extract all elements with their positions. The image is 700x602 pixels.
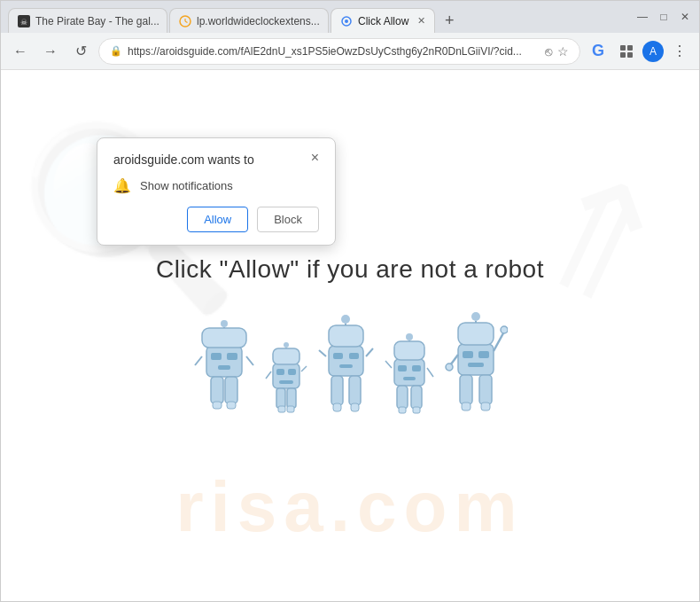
svg-rect-59 — [399, 407, 406, 413]
svg-rect-63 — [458, 344, 494, 375]
page-caption: Click "Allow" if you are not a robot — [156, 255, 544, 284]
tab3-label: Click Allow — [358, 15, 408, 27]
tab2-label: lp.worldwideclockextens... — [197, 15, 320, 27]
robot-2 — [264, 341, 308, 417]
tabs-area: ☠ The Pirate Bay - The gal... ✕ lp.world… — [8, 1, 628, 33]
svg-point-68 — [471, 312, 480, 321]
svg-point-75 — [501, 326, 508, 333]
maximize-button[interactable]: □ — [657, 10, 671, 24]
svg-rect-44 — [331, 376, 343, 405]
svg-line-74 — [494, 332, 504, 351]
address-bar-row: ← → ↺ 🔒 https://aroidsguide.com/fAlE2dnU… — [1, 33, 699, 70]
svg-rect-9 — [620, 52, 626, 58]
svg-rect-25 — [276, 369, 284, 375]
address-icons: ⎋ ☆ — [545, 44, 569, 59]
svg-rect-47 — [351, 403, 359, 411]
close-button[interactable]: ✕ — [678, 10, 692, 24]
pirate-favicon: ☠ — [18, 15, 30, 27]
bell-icon: 🔔 — [113, 177, 131, 194]
lock-icon: 🔒 — [110, 45, 122, 57]
svg-rect-46 — [333, 403, 341, 411]
svg-rect-37 — [329, 346, 363, 376]
share-icon[interactable]: ⎋ — [545, 44, 552, 59]
svg-point-16 — [221, 320, 228, 327]
svg-text:☠: ☠ — [20, 18, 27, 27]
svg-rect-39 — [349, 353, 359, 359]
svg-rect-20 — [213, 402, 222, 409]
address-text: https://aroidsguide.com/fAlE2dnU_xs1PS5i… — [128, 45, 540, 58]
popup-close-button[interactable]: × — [311, 151, 319, 165]
svg-rect-18 — [211, 377, 223, 403]
svg-rect-67 — [458, 323, 494, 345]
toolbar-right: G A ⋮ — [586, 39, 692, 64]
svg-rect-64 — [463, 351, 473, 358]
svg-line-48 — [319, 350, 326, 356]
svg-point-55 — [406, 333, 413, 340]
svg-rect-38 — [333, 353, 343, 359]
robot-4 — [384, 332, 435, 417]
svg-rect-15 — [202, 328, 246, 348]
svg-rect-40 — [339, 364, 353, 368]
popup-title: aroidsguide.com wants to — [113, 152, 254, 167]
svg-line-4 — [185, 21, 188, 23]
svg-rect-34 — [287, 406, 294, 412]
popup-header: aroidsguide.com wants to × — [113, 152, 319, 167]
robot-3 — [317, 315, 375, 417]
svg-rect-71 — [479, 375, 492, 404]
refresh-button[interactable]: ↺ — [68, 39, 93, 64]
svg-rect-50 — [394, 359, 424, 386]
robots-illustration — [193, 310, 508, 417]
window-controls: — □ ✕ — [628, 10, 692, 24]
popup-notification-row: 🔔 Show notifications — [113, 177, 319, 194]
popup-buttons: Allow Block — [113, 207, 319, 232]
new-tab-button[interactable]: + — [437, 8, 462, 33]
forward-button[interactable]: → — [38, 39, 63, 64]
menu-icon[interactable]: ⋮ — [667, 39, 692, 64]
svg-rect-41 — [329, 325, 363, 347]
bookmark-icon[interactable]: ☆ — [557, 44, 569, 59]
page-main: Click "Allow" if you are not a robot — [156, 255, 544, 417]
address-bar[interactable]: 🔒 https://aroidsguide.com/fAlE2dnU_xs1PS… — [98, 38, 580, 65]
title-bar: ☠ The Pirate Bay - The gal... ✕ lp.world… — [1, 1, 699, 33]
back-button[interactable]: ← — [8, 39, 33, 64]
svg-rect-10 — [627, 52, 633, 58]
allow-button[interactable]: Allow — [187, 207, 248, 232]
svg-rect-7 — [620, 45, 626, 51]
svg-line-36 — [301, 366, 307, 371]
clock-favicon — [179, 15, 191, 27]
svg-rect-53 — [403, 377, 416, 380]
tab3-close[interactable]: ✕ — [417, 15, 425, 27]
extensions-icon[interactable] — [614, 39, 639, 64]
profile-icon[interactable]: A — [642, 41, 664, 62]
svg-line-61 — [385, 361, 392, 368]
browser-window: ☠ The Pirate Bay - The gal... ✕ lp.world… — [0, 0, 700, 602]
svg-line-35 — [266, 371, 271, 379]
svg-rect-60 — [413, 407, 420, 413]
svg-rect-8 — [627, 45, 633, 51]
svg-rect-13 — [227, 353, 237, 360]
watermark-brand: risa.com — [1, 466, 699, 548]
google-icon[interactable]: G — [586, 39, 611, 64]
svg-rect-27 — [279, 380, 293, 384]
tab-worldwideclock[interactable]: lp.worldwideclockextens... ✕ — [169, 8, 329, 33]
block-button[interactable]: Block — [257, 207, 319, 232]
svg-rect-52 — [412, 365, 421, 371]
tab-pirate-bay[interactable]: ☠ The Pirate Bay - The gal... ✕ — [8, 8, 167, 33]
robot-5 — [444, 310, 508, 417]
minimize-button[interactable]: — — [635, 10, 649, 24]
svg-rect-19 — [225, 377, 237, 403]
svg-rect-24 — [273, 364, 299, 388]
svg-rect-21 — [227, 402, 236, 409]
notification-popup: aroidsguide.com wants to × 🔔 Show notifi… — [97, 137, 336, 246]
robot-1 — [193, 319, 255, 417]
tab1-label: The Pirate Bay - The gal... — [35, 15, 159, 27]
svg-point-77 — [446, 364, 453, 371]
svg-rect-57 — [397, 386, 408, 409]
svg-line-22 — [195, 356, 202, 365]
svg-rect-58 — [411, 386, 422, 409]
svg-point-6 — [345, 20, 348, 23]
svg-point-29 — [284, 342, 289, 348]
svg-line-23 — [246, 356, 253, 365]
tab-click-allow[interactable]: Click Allow ✕ — [331, 8, 435, 33]
svg-point-42 — [341, 315, 350, 324]
